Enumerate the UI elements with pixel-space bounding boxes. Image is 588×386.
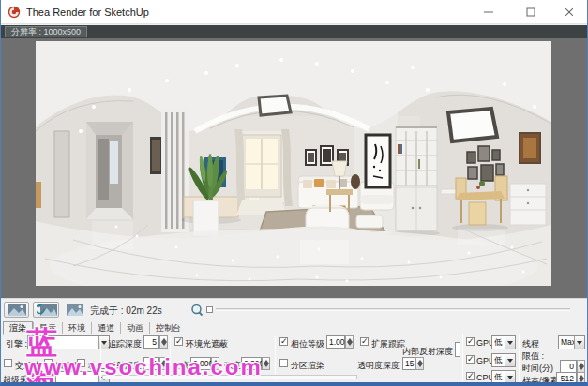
device-gpu1-checkbox[interactable] — [466, 337, 475, 346]
diffuse-depth-spinner[interactable] — [159, 357, 168, 370]
zoom-slider[interactable] — [216, 308, 570, 311]
device-cpu-priority-select[interactable]: 低 — [491, 370, 516, 384]
chevron-down-icon — [505, 336, 515, 349]
chevron-down-icon — [574, 336, 584, 349]
close-button[interactable] — [555, 0, 583, 24]
ambient-occlusion-checkbox[interactable] — [174, 337, 183, 346]
render-button[interactable] — [33, 302, 59, 318]
pano-floor — [36, 221, 551, 286]
spin-down-icon — [264, 364, 269, 367]
samples-label: 样本/像素 — [522, 375, 559, 386]
spin-down-icon — [161, 342, 167, 346]
internal-reflection-label: 内部反射深度 — [402, 346, 453, 358]
device-cpu-checkbox[interactable] — [466, 372, 475, 380]
title-bar: Thea Render for SketchUp — [1, 0, 587, 24]
phase-level-spinner[interactable] — [345, 335, 354, 349]
minimize-button[interactable] — [475, 0, 503, 24]
internal-reflection-input[interactable] — [455, 342, 460, 357]
divider — [462, 334, 463, 381]
samples-spinner[interactable] — [577, 372, 585, 385]
distance-input[interactable]: 0.000 — [190, 357, 211, 370]
supersampling-label: 超级采样 — [3, 374, 37, 386]
interactive-checkbox[interactable] — [4, 359, 12, 367]
diffuse-depth-label: 漫射深度 — [104, 360, 142, 372]
intensity-input[interactable]: 0.300 — [241, 357, 262, 370]
transparency-depth-input[interactable]: 15 — [402, 357, 415, 370]
tab-environment[interactable]: 环境 — [62, 322, 91, 334]
save-icon[interactable] — [67, 304, 83, 316]
finished-time-label: 完成于 : 02m 22s — [90, 304, 162, 318]
maximize-button[interactable] — [517, 0, 545, 24]
tracing-depth-spinner[interactable] — [159, 335, 168, 349]
threads-label: 线程 — [522, 338, 539, 350]
resolution-chip: 分辨率 : 1000x500 — [5, 26, 87, 37]
divider — [275, 336, 276, 380]
spin-down-icon — [579, 379, 584, 382]
render-panel: 完成于 : 02m 22s 渲染显示环境通道动画控制台 引擎 : 交互式 服务器… — [1, 298, 587, 382]
device-gpu2-priority-select[interactable]: 低 — [491, 353, 516, 367]
tab-channels[interactable]: 通道 — [91, 322, 120, 334]
app-icon — [8, 6, 21, 19]
intensity-spinner[interactable] — [262, 357, 270, 370]
tracing-depth-label: 追踪深度 — [104, 338, 142, 350]
transparency-depth-spinner[interactable] — [415, 357, 424, 370]
tab-render[interactable]: 渲染 — [3, 321, 33, 335]
close-icon — [565, 7, 575, 18]
clay-checkbox[interactable] — [77, 359, 85, 367]
ambient-occlusion-label: 环境光遮蔽 — [186, 338, 228, 350]
divider — [100, 336, 101, 380]
app-window: Thea Render for SketchUp 分辨率 : 1000x500 — [0, 0, 588, 386]
extended-tracing-label: 扩展跟踪 — [371, 338, 405, 350]
render-canvas — [1, 38, 587, 298]
save-image-button[interactable] — [4, 302, 29, 318]
image-refresh-icon — [37, 304, 57, 316]
interactive-label: 交互式 — [15, 360, 40, 372]
intensity-label: 强度 — [224, 360, 241, 372]
window-title: Thea Render for SketchUp — [26, 7, 149, 18]
chevron-down-icon — [505, 371, 515, 383]
server-checkbox[interactable] — [44, 359, 53, 367]
engine-label: 引擎 : — [6, 338, 27, 350]
distance-label: 距离 — [173, 360, 189, 372]
spin-down-icon — [347, 342, 353, 346]
tab-display[interactable]: 显示 — [33, 322, 62, 334]
maximize-icon — [527, 8, 535, 17]
threads-select[interactable]: Max — [558, 335, 585, 349]
engine-select[interactable] — [27, 335, 110, 349]
toolbar-checkbox[interactable] — [206, 306, 213, 313]
minimize-icon — [484, 12, 493, 13]
chevron-down-icon — [505, 354, 515, 366]
tracing-depth-input[interactable]: 5 — [143, 335, 159, 349]
time-spinner[interactable] — [577, 360, 585, 373]
tab-strip: 渲染显示环境通道动画控制台 — [3, 321, 585, 334]
tab-animation[interactable]: 动画 — [120, 322, 149, 334]
distance-spinner[interactable] — [211, 357, 219, 370]
phase-level-input[interactable]: 1.00 — [326, 335, 345, 349]
device-gpu2-checkbox[interactable] — [466, 355, 475, 364]
transparency-depth-label: 透明度深度 — [357, 360, 400, 372]
pano-calligraphy — [366, 135, 390, 187]
limits-label: 限值 : — [522, 350, 544, 363]
resolution-bar: 分辨率 : 1000x500 — [1, 25, 587, 38]
spin-down-icon — [161, 364, 167, 367]
region-render-checkbox[interactable] — [279, 359, 288, 367]
phase-level-label: 相位等级 — [291, 338, 324, 350]
clipped-control — [102, 375, 357, 379]
device-gpu1-priority-select[interactable]: 低 — [491, 335, 516, 349]
time-label: 时间(分) — [522, 363, 553, 375]
spin-down-icon — [579, 366, 584, 370]
image-icon — [8, 304, 26, 316]
spin-down-icon — [417, 364, 423, 367]
zoom-icon[interactable] — [190, 304, 204, 317]
tab-console[interactable]: 控制台 — [149, 322, 187, 334]
phase-level-checkbox[interactable] — [279, 337, 288, 346]
spin-down-icon — [213, 364, 219, 367]
diffuse-depth-input[interactable]: 3 — [143, 357, 159, 370]
time-input[interactable]: 0 — [560, 360, 577, 373]
region-render-label: 分区渲染 — [291, 360, 324, 372]
samples-input[interactable]: 512 — [556, 372, 577, 385]
extended-tracing-checkbox[interactable] — [360, 337, 369, 346]
divider — [519, 334, 520, 381]
divider — [170, 336, 171, 380]
render-image — [36, 41, 551, 286]
